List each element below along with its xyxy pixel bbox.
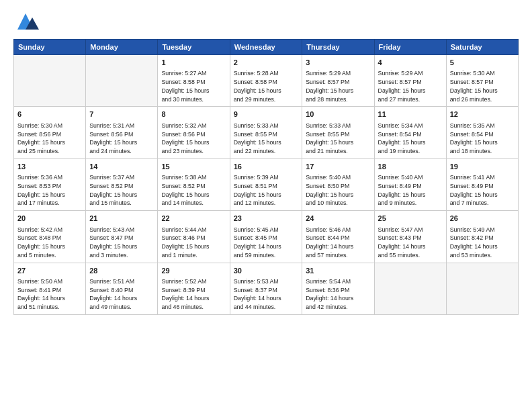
day-cell: 11Sunrise: 5:34 AM Sunset: 8:54 PM Dayli… [374, 107, 446, 158]
week-row-1: 1Sunrise: 5:27 AM Sunset: 8:58 PM Daylig… [14, 55, 519, 107]
col-header-tuesday: Tuesday [158, 40, 230, 55]
day-number: 21 [89, 214, 154, 224]
day-info: Sunrise: 5:37 AM Sunset: 8:52 PM Dayligh… [89, 173, 154, 208]
logo-icon [13, 11, 42, 32]
day-info: Sunrise: 5:33 AM Sunset: 8:55 PM Dayligh… [234, 122, 299, 156]
day-number: 1 [161, 58, 226, 68]
day-number: 10 [306, 109, 370, 120]
day-number: 14 [89, 162, 154, 172]
day-info: Sunrise: 5:42 AM Sunset: 8:48 PM Dayligh… [17, 226, 82, 260]
day-cell: 15Sunrise: 5:38 AM Sunset: 8:52 PM Dayli… [158, 158, 230, 210]
day-info: Sunrise: 5:29 AM Sunset: 8:57 PM Dayligh… [378, 69, 443, 103]
day-cell: 7Sunrise: 5:31 AM Sunset: 8:56 PM Daylig… [86, 107, 158, 158]
day-number: 3 [306, 58, 370, 68]
day-number: 4 [378, 58, 443, 68]
day-cell [446, 263, 518, 314]
day-cell: 18Sunrise: 5:40 AM Sunset: 8:49 PM Dayli… [374, 158, 446, 210]
day-number: 30 [234, 266, 299, 276]
day-number: 15 [161, 162, 226, 172]
day-cell: 19Sunrise: 5:41 AM Sunset: 8:49 PM Dayli… [446, 158, 518, 210]
day-number: 31 [306, 266, 370, 276]
day-cell: 16Sunrise: 5:39 AM Sunset: 8:51 PM Dayli… [230, 158, 302, 210]
day-cell: 30Sunrise: 5:53 AM Sunset: 8:37 PM Dayli… [230, 263, 302, 314]
day-number: 26 [450, 214, 515, 224]
day-number: 18 [378, 162, 443, 172]
day-cell: 12Sunrise: 5:35 AM Sunset: 8:54 PM Dayli… [446, 107, 518, 158]
header-row: SundayMondayTuesdayWednesdayThursdayFrid… [14, 40, 519, 55]
day-cell [86, 55, 158, 107]
day-info: Sunrise: 5:35 AM Sunset: 8:54 PM Dayligh… [450, 122, 515, 156]
week-row-3: 13Sunrise: 5:36 AM Sunset: 8:53 PM Dayli… [14, 158, 519, 210]
day-cell: 21Sunrise: 5:43 AM Sunset: 8:47 PM Dayli… [86, 211, 158, 263]
day-cell: 25Sunrise: 5:47 AM Sunset: 8:43 PM Dayli… [374, 211, 446, 263]
day-cell: 6Sunrise: 5:30 AM Sunset: 8:56 PM Daylig… [14, 107, 86, 158]
day-info: Sunrise: 5:30 AM Sunset: 8:56 PM Dayligh… [17, 122, 82, 156]
day-info: Sunrise: 5:47 AM Sunset: 8:43 PM Dayligh… [378, 226, 443, 260]
day-info: Sunrise: 5:29 AM Sunset: 8:57 PM Dayligh… [306, 69, 370, 103]
col-header-wednesday: Wednesday [230, 40, 302, 55]
day-number: 12 [450, 109, 515, 120]
day-info: Sunrise: 5:39 AM Sunset: 8:51 PM Dayligh… [234, 173, 299, 208]
day-cell [14, 55, 86, 107]
day-info: Sunrise: 5:34 AM Sunset: 8:54 PM Dayligh… [378, 122, 443, 156]
col-header-sunday: Sunday [14, 40, 86, 55]
day-cell: 23Sunrise: 5:45 AM Sunset: 8:45 PM Dayli… [230, 211, 302, 263]
day-number: 7 [89, 109, 154, 120]
day-info: Sunrise: 5:33 AM Sunset: 8:55 PM Dayligh… [306, 122, 370, 156]
day-info: Sunrise: 5:31 AM Sunset: 8:56 PM Dayligh… [89, 122, 154, 156]
day-number: 11 [378, 109, 443, 120]
day-cell: 29Sunrise: 5:52 AM Sunset: 8:39 PM Dayli… [158, 263, 230, 314]
day-info: Sunrise: 5:54 AM Sunset: 8:36 PM Dayligh… [306, 277, 370, 312]
header [13, 11, 519, 32]
day-number: 29 [161, 266, 226, 276]
col-header-saturday: Saturday [446, 40, 518, 55]
day-info: Sunrise: 5:30 AM Sunset: 8:57 PM Dayligh… [450, 69, 515, 103]
day-number: 17 [306, 162, 370, 172]
col-header-friday: Friday [374, 40, 446, 55]
day-info: Sunrise: 5:43 AM Sunset: 8:47 PM Dayligh… [89, 226, 154, 260]
day-number: 28 [89, 266, 154, 276]
day-cell: 27Sunrise: 5:50 AM Sunset: 8:41 PM Dayli… [14, 263, 86, 314]
day-cell: 20Sunrise: 5:42 AM Sunset: 8:48 PM Dayli… [14, 211, 86, 263]
day-number: 23 [234, 214, 299, 224]
page: SundayMondayTuesdayWednesdayThursdayFrid… [0, 0, 532, 411]
day-cell: 3Sunrise: 5:29 AM Sunset: 8:57 PM Daylig… [302, 55, 374, 107]
day-info: Sunrise: 5:27 AM Sunset: 8:58 PM Dayligh… [161, 69, 226, 103]
day-info: Sunrise: 5:46 AM Sunset: 8:44 PM Dayligh… [306, 226, 370, 260]
day-info: Sunrise: 5:44 AM Sunset: 8:46 PM Dayligh… [161, 226, 226, 260]
day-info: Sunrise: 5:52 AM Sunset: 8:39 PM Dayligh… [161, 277, 226, 312]
day-number: 6 [17, 109, 82, 120]
day-cell: 13Sunrise: 5:36 AM Sunset: 8:53 PM Dayli… [14, 158, 86, 210]
col-header-monday: Monday [86, 40, 158, 55]
day-cell: 22Sunrise: 5:44 AM Sunset: 8:46 PM Dayli… [158, 211, 230, 263]
day-info: Sunrise: 5:49 AM Sunset: 8:42 PM Dayligh… [450, 226, 515, 260]
day-number: 24 [306, 214, 370, 224]
day-cell: 1Sunrise: 5:27 AM Sunset: 8:58 PM Daylig… [158, 55, 230, 107]
day-info: Sunrise: 5:45 AM Sunset: 8:45 PM Dayligh… [234, 226, 299, 260]
day-number: 5 [450, 58, 515, 68]
day-info: Sunrise: 5:28 AM Sunset: 8:58 PM Dayligh… [234, 69, 299, 103]
day-number: 25 [378, 214, 443, 224]
day-info: Sunrise: 5:32 AM Sunset: 8:56 PM Dayligh… [161, 122, 226, 156]
day-cell: 2Sunrise: 5:28 AM Sunset: 8:58 PM Daylig… [230, 55, 302, 107]
day-info: Sunrise: 5:41 AM Sunset: 8:49 PM Dayligh… [450, 173, 515, 208]
day-number: 13 [17, 162, 82, 172]
day-info: Sunrise: 5:36 AM Sunset: 8:53 PM Dayligh… [17, 173, 82, 208]
day-cell: 4Sunrise: 5:29 AM Sunset: 8:57 PM Daylig… [374, 55, 446, 107]
col-header-thursday: Thursday [302, 40, 374, 55]
day-cell: 26Sunrise: 5:49 AM Sunset: 8:42 PM Dayli… [446, 211, 518, 263]
day-cell: 9Sunrise: 5:33 AM Sunset: 8:55 PM Daylig… [230, 107, 302, 158]
day-cell: 17Sunrise: 5:40 AM Sunset: 8:50 PM Dayli… [302, 158, 374, 210]
week-row-4: 20Sunrise: 5:42 AM Sunset: 8:48 PM Dayli… [14, 211, 519, 263]
day-number: 9 [234, 109, 299, 120]
day-number: 27 [17, 266, 82, 276]
day-number: 22 [161, 214, 226, 224]
day-number: 8 [161, 109, 226, 120]
day-cell: 28Sunrise: 5:51 AM Sunset: 8:40 PM Dayli… [86, 263, 158, 314]
day-info: Sunrise: 5:40 AM Sunset: 8:50 PM Dayligh… [306, 173, 370, 208]
day-info: Sunrise: 5:38 AM Sunset: 8:52 PM Dayligh… [161, 173, 226, 208]
day-cell: 8Sunrise: 5:32 AM Sunset: 8:56 PM Daylig… [158, 107, 230, 158]
day-cell: 5Sunrise: 5:30 AM Sunset: 8:57 PM Daylig… [446, 55, 518, 107]
day-info: Sunrise: 5:40 AM Sunset: 8:49 PM Dayligh… [378, 173, 443, 208]
day-info: Sunrise: 5:51 AM Sunset: 8:40 PM Dayligh… [89, 277, 154, 312]
